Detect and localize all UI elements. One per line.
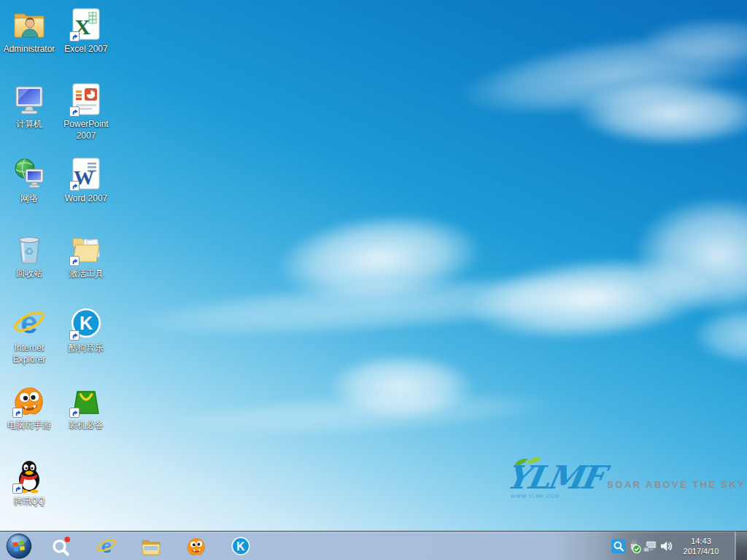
network-icon (12, 156, 47, 191)
ylmf-url-text: WWW.YLMF.COM (511, 494, 560, 499)
icon-label: 激活工具 (69, 268, 104, 279)
icon-label: Word 2007 (65, 192, 107, 204)
cloud (328, 354, 474, 419)
icon-label: 腾讯QQ (14, 495, 45, 507)
cloud (464, 248, 718, 349)
shortcut-arrow-icon (69, 106, 80, 117)
internet-explorer-icon (96, 535, 117, 557)
icon-label: Internet Explorer (1, 342, 57, 365)
shortcut-arrow-icon (12, 483, 23, 494)
icon-label: Administrator (4, 43, 55, 55)
user-folder-icon (12, 7, 47, 42)
cloud (693, 306, 747, 365)
ylmf-brand: YLMF WWW.YLMF.COM SOAR ABOVE THE SKY (506, 462, 746, 493)
desktop-wallpaper[interactable]: YLMF WWW.YLMF.COM SOAR ABOVE THE SKY Adm… (0, 0, 747, 560)
explorer-folder-icon (140, 535, 162, 557)
desktop-icon-activation-tools[interactable]: 激活工具 (58, 230, 115, 279)
desktop-icon-excel-2007[interactable]: Excel 2007 (58, 6, 115, 55)
safely-remove-hardware-icon[interactable] (627, 539, 641, 553)
network-tray-icon[interactable] (643, 539, 657, 553)
desktop-icon-internet-explorer[interactable]: Internet Explorer (1, 305, 58, 365)
icon-label: PowerPoint 2007 (58, 118, 114, 141)
windows-explorer-button[interactable] (139, 534, 163, 559)
icon-label: 计算机 (16, 118, 42, 130)
kugou-button[interactable] (228, 534, 253, 559)
icon-label: 装机必备 (69, 419, 104, 431)
cloud (130, 263, 628, 349)
desktop-icon-word-2007[interactable]: Word 2007 (58, 155, 115, 204)
desktop-icon-essential-apps[interactable]: 装机必备 (58, 382, 115, 431)
desktop-icon-kugou-music[interactable]: 酷狗音乐 (58, 305, 115, 354)
shortcut-arrow-icon (69, 330, 80, 341)
desktop-icon-administrator[interactable]: Administrator (1, 6, 58, 55)
cloud (174, 384, 555, 443)
cloud (456, 19, 747, 131)
cloud (642, 18, 747, 62)
magnifier-red-dot-icon (50, 535, 72, 557)
icon-label: 回收站 (16, 268, 42, 279)
desktop-icon-powerpoint-2007[interactable]: PowerPoint 2007 (58, 81, 115, 141)
taskbar: 14:43 2017/4/10 (0, 531, 747, 560)
shortcut-arrow-icon (69, 256, 80, 266)
desktop-icon-tencent-qq[interactable]: 腾讯QQ (1, 458, 58, 507)
desktop-icon-game-center[interactable]: 电脑玩手游 (1, 382, 58, 431)
clock-date: 2017/4/10 (684, 546, 719, 556)
desktop-icon-recycle-bin[interactable]: 回收站 (1, 230, 58, 279)
computer-icon (12, 82, 47, 117)
internet-explorer-button[interactable] (94, 534, 119, 559)
cloud (273, 205, 485, 314)
recycle-bin-icon (12, 231, 47, 266)
shortcut-arrow-icon (69, 408, 80, 418)
icon-label: 电脑玩手游 (7, 419, 51, 431)
screen-magnifier-tray-icon[interactable] (611, 539, 626, 553)
ylmf-tagline-text: SOAR ABOVE THE SKY (607, 479, 746, 490)
show-desktop-button[interactable] (735, 532, 747, 560)
game-monster-icon (185, 535, 207, 557)
desktop-icon-network[interactable]: 网络 (1, 155, 58, 204)
icon-label: 网络 (20, 192, 38, 204)
shortcut-arrow-icon (69, 181, 80, 191)
volume-icon[interactable] (659, 539, 673, 553)
clock-time: 14:43 (691, 536, 711, 546)
shortcut-arrow-icon (12, 408, 23, 418)
icon-label: Excel 2007 (64, 43, 107, 55)
search-tool-button[interactable] (49, 534, 74, 559)
start-button[interactable] (5, 532, 32, 559)
desktop-icon-computer[interactable]: 计算机 (1, 81, 58, 130)
cloud (576, 80, 747, 146)
shortcut-arrow-icon (69, 31, 80, 42)
icon-label: 酷狗音乐 (69, 342, 104, 354)
game-center-button[interactable] (184, 534, 209, 559)
windows-orb-icon (6, 533, 32, 559)
taskbar-clock[interactable]: 14:43 2017/4/10 (673, 534, 729, 559)
cloud (635, 197, 747, 314)
ylmf-logo-text: YLMF (503, 462, 604, 493)
internet-explorer-icon (12, 306, 47, 341)
kugou-icon (230, 535, 252, 557)
